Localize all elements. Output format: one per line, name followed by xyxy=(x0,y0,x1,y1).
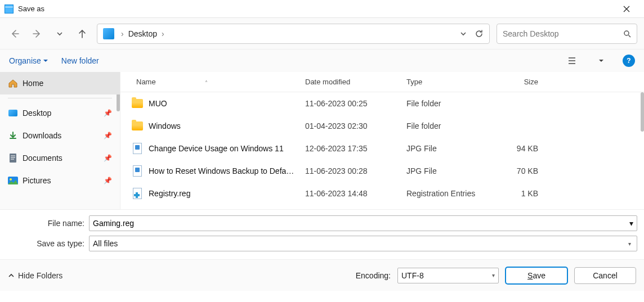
body: Home Desktop 📌 Downloads 📌 Documents 📌 xyxy=(0,72,644,209)
search-bar[interactable] xyxy=(497,24,637,44)
sidebar-item-label: Downloads xyxy=(23,131,61,140)
chevron-down-icon xyxy=(56,30,63,37)
encoding-value: UTF-8 xyxy=(401,271,492,280)
desktop-location-icon xyxy=(103,28,114,39)
hide-folders-label: Hide Folders xyxy=(18,271,62,280)
file-size: 1 KB xyxy=(486,189,543,198)
help-button[interactable]: ? xyxy=(623,55,635,67)
column-size[interactable]: Size xyxy=(486,78,543,86)
table-row[interactable]: MUO11-06-2023 00:25File folder xyxy=(120,92,644,115)
reg-file-icon xyxy=(132,188,143,199)
close-button[interactable] xyxy=(614,0,639,18)
toolbar: Organise New folder ? xyxy=(0,49,644,72)
file-name: Change Device Usage on Windows 11 xyxy=(149,144,284,153)
search-input[interactable] xyxy=(503,29,623,38)
table-row[interactable]: Change Device Usage on Windows 1112-06-2… xyxy=(120,137,644,160)
chevron-down-icon[interactable]: ▾ xyxy=(629,219,633,228)
encoding-select[interactable]: UTF-8 ▾ xyxy=(397,268,499,283)
file-size: 70 KB xyxy=(486,166,543,175)
recent-dropdown[interactable] xyxy=(52,26,68,42)
sidebar-item-documents[interactable]: Documents 📌 xyxy=(0,147,120,169)
sidebar-item-label: Pictures xyxy=(23,176,51,185)
forward-button[interactable] xyxy=(29,26,45,42)
address-bar[interactable]: › Desktop › xyxy=(97,24,490,44)
view-mode-button[interactable] xyxy=(564,53,580,69)
file-date: 01-04-2023 02:30 xyxy=(301,121,402,130)
sidebar-item-label: Documents xyxy=(23,154,62,163)
sidebar-item-downloads[interactable]: Downloads 📌 xyxy=(0,124,120,147)
organise-menu[interactable]: Organise xyxy=(9,56,48,65)
caret-down-icon xyxy=(43,58,48,63)
filepane-scrollbar[interactable] xyxy=(641,92,644,132)
file-pane: Name˄ Date modified Type Size MUO11-06-2… xyxy=(120,72,644,209)
sidebar-item-home[interactable]: Home xyxy=(0,72,120,94)
titlebar: Save as xyxy=(0,0,644,18)
address-dropdown[interactable] xyxy=(455,26,471,42)
file-name: Registry.reg xyxy=(149,189,190,198)
document-icon xyxy=(8,153,18,163)
list-view-icon xyxy=(567,56,576,65)
refresh-button[interactable] xyxy=(471,26,487,42)
column-name[interactable]: Name˄ xyxy=(120,78,301,86)
save-form: File name: ▾ Save as type: All files ▾ xyxy=(0,209,644,259)
nav-row: › Desktop › xyxy=(0,18,644,49)
app-icon xyxy=(5,4,14,13)
view-dropdown[interactable] xyxy=(593,53,609,69)
svg-point-0 xyxy=(624,31,629,35)
new-folder-label: New folder xyxy=(61,56,99,65)
breadcrumb-location[interactable]: Desktop xyxy=(127,29,158,38)
svg-rect-1 xyxy=(10,154,16,163)
image-file-icon xyxy=(132,166,143,176)
file-type: File folder xyxy=(402,99,486,108)
column-type[interactable]: Type xyxy=(402,78,486,86)
chevron-down-icon: ▾ xyxy=(626,241,633,247)
filename-input-wrapper[interactable]: ▾ xyxy=(89,215,637,231)
save-button[interactable]: Save xyxy=(506,267,567,284)
column-name-label: Name xyxy=(136,78,156,86)
arrow-up-icon xyxy=(77,29,87,39)
column-date[interactable]: Date modified xyxy=(301,78,402,86)
pictures-icon xyxy=(8,175,18,186)
file-date: 12-06-2023 17:35 xyxy=(301,144,402,153)
file-size: 94 KB xyxy=(486,144,543,153)
sidebar: Home Desktop 📌 Downloads 📌 Documents 📌 xyxy=(0,72,120,209)
file-date: 11-06-2023 00:25 xyxy=(301,99,402,108)
sidebar-item-label: Home xyxy=(23,79,43,88)
close-icon xyxy=(623,6,630,12)
back-button[interactable] xyxy=(7,26,23,42)
sidebar-item-desktop[interactable]: Desktop 📌 xyxy=(0,102,120,124)
chevron-down-icon xyxy=(460,30,467,37)
pin-icon: 📌 xyxy=(104,109,112,117)
new-folder-button[interactable]: New folder xyxy=(61,56,99,65)
footer: Hide Folders Encoding: UTF-8 ▾ Save Canc… xyxy=(0,259,644,291)
folder-icon xyxy=(132,121,143,131)
breadcrumb-separator-icon: › xyxy=(118,29,127,38)
pin-icon: 📌 xyxy=(104,177,112,184)
file-type: JPG File xyxy=(402,144,486,153)
breadcrumb-separator-icon: › xyxy=(158,29,168,38)
filename-label: File name: xyxy=(7,219,89,228)
table-row[interactable]: Registry.reg11-06-2023 14:48Registration… xyxy=(120,182,644,205)
arrow-right-icon xyxy=(32,29,42,39)
filename-input[interactable] xyxy=(93,219,629,228)
window-title: Save as xyxy=(18,4,614,13)
encoding-label: Encoding: xyxy=(356,271,391,280)
table-row[interactable]: How to Reset Windows Backup to Defaul...… xyxy=(120,160,644,182)
file-type: JPG File xyxy=(402,166,486,175)
sidebar-item-label: Desktop xyxy=(23,109,51,118)
desktop-icon xyxy=(8,108,18,118)
file-date: 11-06-2023 00:28 xyxy=(301,166,402,175)
table-row[interactable]: Windows01-04-2023 02:30File folder xyxy=(120,115,644,137)
pin-icon: 📌 xyxy=(104,132,112,139)
saveastype-value: All files xyxy=(93,239,626,248)
sort-indicator-icon: ˄ xyxy=(205,80,208,86)
organise-label: Organise xyxy=(9,56,41,65)
up-button[interactable] xyxy=(74,26,90,42)
hide-folders-button[interactable]: Hide Folders xyxy=(8,271,62,280)
cancel-button[interactable]: Cancel xyxy=(574,267,636,284)
file-name: How to Reset Windows Backup to Defaul... xyxy=(149,166,296,175)
sidebar-item-pictures[interactable]: Pictures 📌 xyxy=(0,169,120,192)
saveastype-select[interactable]: All files ▾ xyxy=(89,236,637,251)
image-file-icon xyxy=(132,143,143,154)
file-name: Windows xyxy=(149,121,181,130)
